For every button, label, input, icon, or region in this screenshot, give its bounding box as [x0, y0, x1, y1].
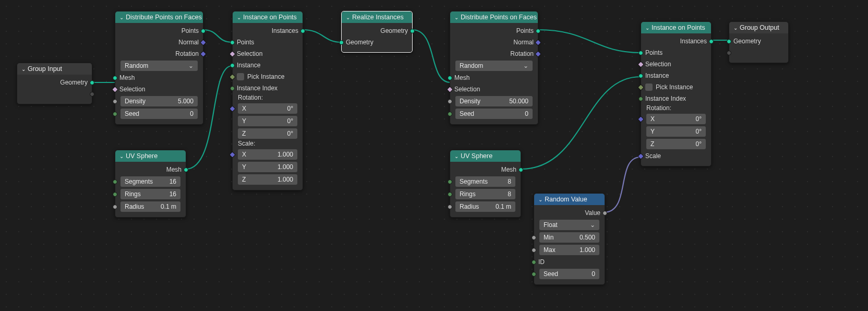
socket-input-seed[interactable] [448, 112, 452, 116]
seed-field[interactable]: Seed0 [539, 269, 599, 279]
node-realize-instances[interactable]: ⌄ Realize Instances Geometry Geometry [341, 11, 413, 53]
socket-output-geometry[interactable] [90, 80, 94, 85]
node-instance-on-points-2[interactable]: ⌄ Instance on Points Instances Points Se… [641, 21, 712, 166]
socket-output-normal[interactable] [200, 39, 207, 46]
socket-input-scale[interactable] [637, 153, 644, 160]
socket-output-rotation[interactable] [535, 51, 541, 57]
node-header[interactable]: ⌄ Group Input [17, 63, 92, 75]
socket-output-rotation[interactable] [200, 51, 207, 57]
socket-output-virtual[interactable] [90, 92, 94, 97]
scale-y-field[interactable]: Y1.000 [238, 162, 297, 172]
socket-input-segments[interactable] [113, 180, 117, 184]
socket-input-instance[interactable] [230, 63, 235, 68]
socket-input-instance[interactable] [638, 74, 643, 78]
socket-input-selection[interactable] [112, 86, 118, 93]
socket-output-mesh[interactable] [519, 168, 523, 172]
radius-field[interactable]: Radius0.1 m [455, 201, 515, 212]
scale-z-field[interactable]: Z1.000 [238, 174, 297, 185]
node-group-input[interactable]: ⌄ Group Input Geometry [17, 63, 92, 104]
socket-input-mesh[interactable] [448, 76, 452, 80]
socket-input-pick[interactable] [229, 74, 236, 80]
density-field[interactable]: Density50.000 [455, 96, 533, 106]
socket-output-geometry[interactable] [410, 29, 415, 33]
socket-input-min[interactable] [532, 235, 536, 240]
socket-input-selection[interactable] [637, 61, 644, 68]
node-header[interactable]: ⌄ Distribute Points on Faces [115, 11, 203, 23]
socket-input-segments[interactable] [448, 180, 452, 184]
node-instance-on-points-1[interactable]: ⌄ Instance on Points Instances Points Se… [232, 11, 303, 190]
socket-output-points[interactable] [536, 29, 540, 33]
node-header[interactable]: ⌄ Group Output [729, 22, 788, 33]
socket-input-selection[interactable] [447, 86, 453, 93]
seed-field[interactable]: Seed0 [455, 109, 533, 119]
socket-input-points[interactable] [638, 51, 643, 55]
socket-input-radius[interactable] [113, 205, 117, 209]
socket-input-scale[interactable] [229, 151, 236, 158]
node-uv-sphere-1[interactable]: ⌄ UV Sphere Mesh Segments16 Rings16 Radi… [115, 150, 186, 218]
node-distribute-points-1[interactable]: ⌄ Distribute Points on Faces Points Norm… [115, 11, 203, 125]
socket-input-mesh[interactable] [113, 76, 117, 80]
socket-output-points[interactable] [201, 29, 206, 33]
socket-input-geometry[interactable] [727, 39, 731, 44]
node-header[interactable]: ⌄ UV Sphere [115, 150, 186, 162]
node-header[interactable]: ⌄ Instance on Points [641, 22, 711, 33]
scale-x-field[interactable]: X1.000 [238, 149, 297, 160]
socket-input-seed[interactable] [532, 272, 536, 277]
socket-output-value[interactable] [602, 211, 607, 216]
output-label: Mesh [166, 166, 182, 173]
rings-field[interactable]: Rings8 [455, 189, 515, 199]
rot-x-field[interactable]: X0° [238, 103, 297, 114]
socket-input-index[interactable] [230, 86, 235, 91]
socket-input-rings[interactable] [448, 192, 452, 197]
socket-input-pick[interactable] [637, 84, 644, 91]
mode-dropdown[interactable]: Random [455, 61, 533, 71]
socket-input-max[interactable] [532, 248, 536, 253]
node-group-output[interactable]: ⌄ Group Output Geometry [729, 21, 789, 63]
input-label: Instance Index [237, 85, 278, 92]
socket-input-index[interactable] [638, 97, 643, 101]
type-dropdown[interactable]: Float [539, 220, 599, 230]
socket-input-density[interactable] [448, 99, 452, 104]
segments-field[interactable]: Segments16 [120, 176, 180, 187]
node-header[interactable]: ⌄ Random Value [534, 194, 605, 205]
socket-input-virtual[interactable] [727, 51, 731, 55]
rot-x-field[interactable]: X0° [646, 114, 706, 124]
socket-input-rotation[interactable] [229, 105, 236, 112]
rot-y-field[interactable]: Y0° [238, 116, 297, 126]
node-random-value[interactable]: ⌄ Random Value Value Float Min0.500 Max1… [534, 193, 605, 285]
socket-input-density[interactable] [113, 99, 117, 104]
node-distribute-points-2[interactable]: ⌄ Distribute Points on Faces Points Norm… [450, 11, 538, 125]
max-field[interactable]: Max1.000 [539, 245, 599, 255]
socket-input-rotation[interactable] [637, 116, 644, 123]
rot-z-field[interactable]: Z0° [646, 139, 706, 149]
rings-field[interactable]: Rings16 [120, 189, 180, 199]
radius-field[interactable]: Radius0.1 m [120, 201, 180, 212]
socket-input-id[interactable] [532, 260, 536, 265]
pick-instance-checkbox[interactable] [237, 73, 244, 80]
seed-field[interactable]: Seed0 [120, 109, 198, 119]
socket-input-seed[interactable] [113, 112, 117, 116]
node-header[interactable]: ⌄ UV Sphere [450, 150, 521, 162]
socket-output-instances[interactable] [709, 39, 714, 44]
node-header[interactable]: ⌄ Realize Instances [342, 11, 412, 23]
rot-z-field[interactable]: Z0° [238, 128, 297, 139]
chevron-down-icon: ⌄ [454, 153, 459, 159]
socket-output-normal[interactable] [535, 39, 541, 46]
node-uv-sphere-2[interactable]: ⌄ UV Sphere Mesh Segments8 Rings8 Radius… [450, 150, 521, 218]
min-field[interactable]: Min0.500 [539, 232, 599, 243]
socket-output-instances[interactable] [300, 29, 305, 33]
socket-input-selection[interactable] [229, 51, 236, 57]
density-field[interactable]: Density5.000 [120, 96, 198, 106]
pick-instance-checkbox[interactable] [645, 83, 653, 91]
socket-input-rings[interactable] [113, 192, 117, 197]
rot-y-field[interactable]: Y0° [646, 126, 706, 137]
socket-output-mesh[interactable] [184, 168, 188, 172]
node-header[interactable]: ⌄ Instance on Points [233, 11, 303, 23]
mode-dropdown[interactable]: Random [120, 61, 198, 71]
socket-input-radius[interactable] [448, 205, 452, 209]
node-header[interactable]: ⌄ Distribute Points on Faces [450, 11, 538, 23]
socket-input-geometry[interactable] [339, 40, 344, 45]
segments-field[interactable]: Segments8 [455, 176, 515, 187]
socket-input-points[interactable] [230, 40, 235, 45]
output-label: Mesh [501, 166, 516, 173]
